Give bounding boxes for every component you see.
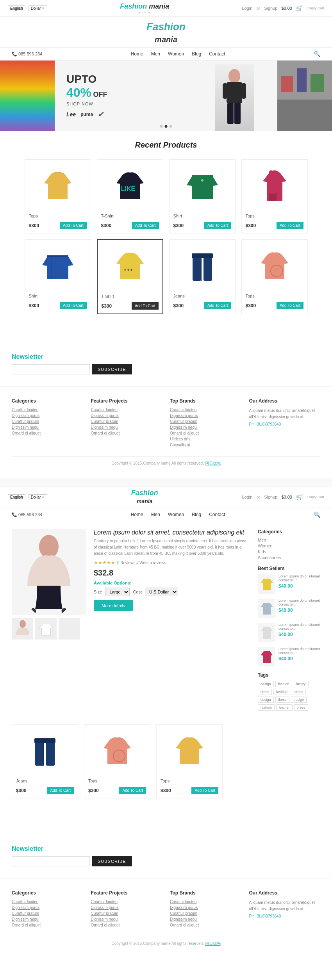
nav2-women[interactable]: Women	[168, 512, 184, 517]
tag-5[interactable]: dress	[292, 689, 306, 695]
nav-women[interactable]: Women	[168, 51, 184, 57]
footer2-proj-link-1[interactable]: Dignissim purus	[91, 905, 162, 910]
add-to-cart-1[interactable]: Add To Cart	[132, 222, 159, 229]
footer-proj-link-4[interactable]: Ornard el aliquet	[91, 431, 162, 435]
dot-3[interactable]	[170, 125, 172, 128]
footer-proj-link-3[interactable]: Dignissim nequi	[91, 425, 162, 429]
cart-icon[interactable]: 🛒	[296, 5, 303, 11]
signup-link-2[interactable]: Signup	[264, 495, 277, 499]
add-to-cart-7[interactable]: Add To Cart	[277, 302, 303, 309]
detail-thumb-2[interactable]	[59, 618, 80, 640]
nav-men[interactable]: Men	[151, 51, 160, 57]
cart-icon-2[interactable]: 🛒	[296, 494, 303, 500]
footer-cat-link-1[interactable]: Dignissim purus	[12, 413, 83, 418]
product-card-3[interactable]: Tops $300 Add To Cart	[241, 159, 308, 233]
review-count[interactable]: 0 Reviews // Write a reviews	[117, 561, 166, 565]
footer-cat-link-0[interactable]: Curaftur laipten	[12, 408, 83, 412]
currency-button-2[interactable]: Dollar ✕	[29, 494, 47, 500]
footer2-cat-link-3[interactable]: Dignissim nequi	[12, 917, 83, 921]
size-select[interactable]: Large	[105, 588, 130, 596]
newsletter-input-2[interactable]	[12, 856, 90, 866]
footer-cat-link-4[interactable]: Ornard el aliquet	[12, 431, 83, 435]
below-product-0[interactable]: Jeans $300 Add To Cart	[12, 724, 78, 798]
below-product-2[interactable]: Tops $300 Add To Cart	[156, 724, 223, 798]
product-card-1[interactable]: LIKE T-Shirt $300 Add To Cart	[97, 159, 163, 233]
footer2-cat-link-2[interactable]: Curaftur pratum	[12, 911, 83, 916]
sidebar-cat-women[interactable]: Women	[258, 543, 320, 548]
copyright-link[interactable]: 阿贝优先	[205, 461, 221, 465]
detail-thumb-1[interactable]	[35, 618, 57, 640]
tag-11[interactable]: dress	[294, 704, 308, 711]
footer2-proj-link-3[interactable]: Dignissim nequi	[91, 917, 162, 921]
tag-8[interactable]: design	[291, 697, 307, 703]
footer-proj-link-0[interactable]: Curaftur laipten	[91, 408, 162, 412]
more-details-button[interactable]: More details	[94, 600, 133, 611]
footer-cat-link-2[interactable]: Curaftur pratum	[12, 419, 83, 424]
tag-2[interactable]: luxury	[294, 681, 309, 687]
nav2-men[interactable]: Men	[151, 512, 160, 517]
add-to-cart-4[interactable]: Add To Cart	[60, 302, 87, 309]
tag-10[interactable]: leather	[276, 704, 293, 711]
product-card-5[interactable]: ✦✦✦ T-Shirt $300 Add To Cart	[97, 239, 163, 314]
nav2-home[interactable]: Home	[131, 512, 143, 517]
footer-proj-link-1[interactable]: Dignissim purus	[91, 413, 162, 418]
add-to-cart-0[interactable]: Add To Cart	[60, 222, 87, 229]
add-to-cart-2[interactable]: Add To Cart	[204, 222, 231, 229]
login-link-2[interactable]: Login	[242, 495, 252, 499]
tag-6[interactable]: design	[258, 697, 274, 703]
footer-brand-link-1[interactable]: Dignissim purus	[170, 413, 241, 418]
tag-4[interactable]: fashion	[273, 689, 290, 695]
copyright-link-2[interactable]: 阿贝优先	[205, 941, 221, 946]
footer2-brand-link-2[interactable]: Curaftur pratum	[170, 911, 241, 916]
product-card-2[interactable]: Shirt $300 Add To Cart	[169, 159, 236, 233]
below-add-to-cart-0[interactable]: Add To Cart	[47, 787, 74, 794]
sidebar-cat-men[interactable]: Men	[258, 538, 320, 542]
below-product-1[interactable]: ♡ Tops $300 Add To Cart	[84, 724, 150, 798]
footer2-proj-link-4[interactable]: Ornard el aliquet	[91, 923, 162, 927]
product-card-7[interactable]: ♡ Tops $300 Add To Cart	[241, 239, 308, 314]
footer-brand-link-5[interactable]: Ultrices dris.	[170, 437, 241, 441]
footer2-cat-link-0[interactable]: Curaftur laipten	[12, 900, 83, 904]
footer2-cat-link-4[interactable]: Ornard el aliquet	[12, 923, 83, 927]
product-card-4[interactable]: Shirt $300 Add To Cart	[25, 239, 91, 314]
add-to-cart-5[interactable]: Add To Cart	[132, 302, 159, 310]
subscribe-button[interactable]: SUBSCRIBE	[92, 364, 132, 374]
footer2-brand-link-4[interactable]: Ornard el aliquet	[170, 923, 241, 927]
add-to-cart-6[interactable]: Add To Cart	[204, 302, 231, 309]
footer-brand-link-3[interactable]: Dignissim nequi	[170, 425, 241, 429]
tag-7[interactable]: dress	[275, 697, 289, 703]
nav-home[interactable]: Home	[131, 51, 143, 57]
currency-remove-icon-2[interactable]: ✕	[42, 495, 45, 499]
nav2-contact[interactable]: Contact	[209, 512, 225, 517]
signup-link[interactable]: Signup	[264, 6, 277, 11]
footer-brand-link-4[interactable]: Ornard el aliquet	[170, 431, 241, 435]
footer-brand-link-6[interactable]: Convallis ut	[170, 443, 241, 447]
dot-1[interactable]	[160, 125, 163, 128]
newsletter-input[interactable]	[12, 364, 90, 374]
tag-1[interactable]: fashion	[275, 681, 292, 687]
nav2-blog[interactable]: Blog	[192, 512, 201, 517]
product-card-6[interactable]: Jeans $300 Add To Cart	[169, 239, 236, 314]
add-to-cart-3[interactable]: Add To Cart	[277, 222, 303, 229]
footer2-proj-link-2[interactable]: Curaftur pratum	[91, 911, 162, 916]
language-button[interactable]: English	[8, 5, 25, 11]
login-link[interactable]: Login	[242, 6, 252, 11]
footer-proj-link-2[interactable]: Curaftur pratum	[91, 419, 162, 424]
search-icon[interactable]: 🔍	[314, 51, 320, 57]
nav-contact[interactable]: Contact	[209, 51, 225, 57]
footer2-brand-link-1[interactable]: Dignissim purus	[170, 905, 241, 910]
footer2-proj-link-0[interactable]: Curaftur laipten	[91, 900, 162, 904]
currency-button[interactable]: Dollar ✕	[29, 5, 47, 11]
cost-select[interactable]: U.S Dollar	[145, 588, 178, 596]
footer2-cat-link-1[interactable]: Dignissim purus	[12, 905, 83, 910]
product-card-0[interactable]: Tops $300 Add To Cart	[25, 159, 91, 233]
language-button-2[interactable]: English	[8, 494, 25, 500]
tag-9[interactable]: fashion	[258, 704, 275, 711]
currency-remove-icon[interactable]: ✕	[42, 6, 45, 10]
footer2-brand-link-0[interactable]: Curaftur laipten	[170, 900, 241, 904]
tag-3[interactable]: dress	[258, 689, 272, 695]
sidebar-cat-kids[interactable]: Kids	[258, 549, 320, 554]
below-add-to-cart-1[interactable]: Add To Cart	[119, 787, 146, 794]
sidebar-cat-accessories[interactable]: Accessories	[258, 555, 320, 560]
dot-2[interactable]	[165, 125, 168, 128]
